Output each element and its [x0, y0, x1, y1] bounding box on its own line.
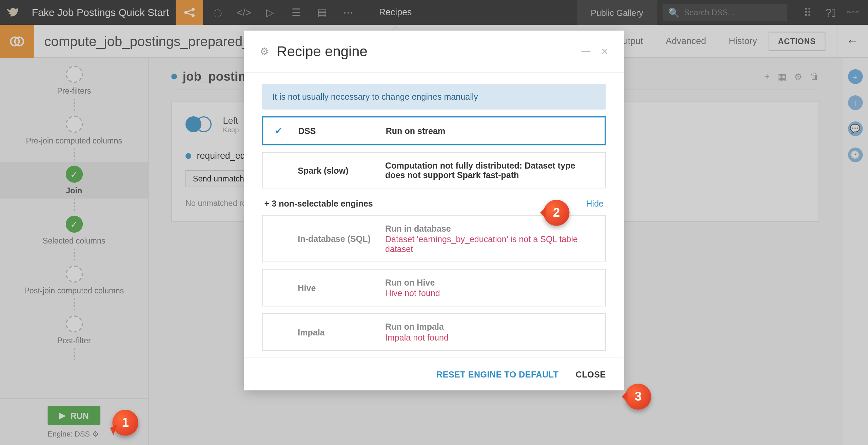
non-selectable-label: + 3 non-selectable engines: [264, 199, 373, 208]
check-icon: ✔: [275, 125, 285, 136]
engine-option-hive: Hive Run on HiveHive not found: [262, 269, 606, 306]
hide-link[interactable]: Hide: [586, 199, 604, 208]
engine-option-impala: Impala Run on ImpalaImpala not found: [262, 313, 606, 350]
reset-engine-button[interactable]: RESET ENGINE TO DEFAULT: [436, 369, 559, 379]
close-icon[interactable]: ✕: [601, 46, 608, 57]
close-button[interactable]: CLOSE: [576, 369, 606, 379]
engine-option-spark[interactable]: Spark (slow) Computation not fully distr…: [262, 152, 606, 188]
engine-option-dss[interactable]: ✔ DSS Run on stream: [262, 116, 606, 145]
modal-title: Recipe engine: [277, 43, 367, 60]
info-banner: It is not usually necessary to change en…: [262, 84, 606, 110]
gear-icon: ⚙: [260, 45, 269, 58]
callout-1: 1: [112, 410, 138, 436]
minimize-icon[interactable]: —: [581, 46, 591, 57]
callout-2: 2: [544, 200, 570, 226]
callout-3: 3: [625, 384, 651, 410]
